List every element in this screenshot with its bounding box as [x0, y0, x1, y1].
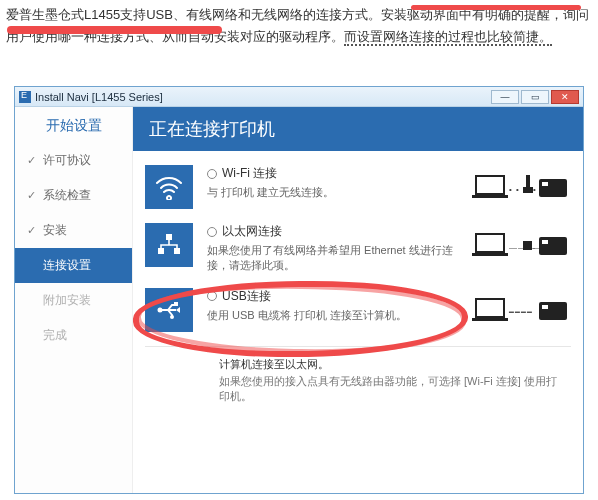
check-icon: ✓ — [27, 154, 37, 167]
separator — [145, 346, 571, 347]
main-panel: 正在连接打印机 Wi-Fi 连接 与 打印机 建立无线连接。 — [133, 107, 583, 493]
sidebar-item-additional: 附加安装 — [15, 283, 132, 318]
svg-rect-1 — [158, 248, 164, 254]
sidebar-item-label: 完成 — [43, 327, 67, 344]
check-icon: ✓ — [27, 224, 37, 237]
minimize-button[interactable]: — — [491, 90, 519, 104]
option-desc: 使用 USB 电缆将 打印机 连接至计算机。 — [207, 308, 471, 323]
ethernet-icon — [145, 223, 193, 267]
sidebar-item-label: 系统检查 — [43, 187, 91, 204]
footer-title: 计算机连接至以太网。 — [219, 357, 559, 372]
diagram-usb: ━━━━ — [475, 294, 567, 328]
svg-rect-0 — [166, 234, 172, 240]
sidebar-item-label: 附加安装 — [43, 292, 91, 309]
sidebar-item-license: ✓ 许可协议 — [15, 143, 132, 178]
maximize-button[interactable]: ▭ — [521, 90, 549, 104]
radio-icon[interactable] — [207, 169, 217, 179]
option-desc: 如果您使用了有线网络并希望用 Ethernet 线进行连接，请选择此项。 — [207, 243, 471, 274]
steps-sidebar: 开始设置 ✓ 许可协议 ✓ 系统检查 ✓ 安装 连接设置 — [15, 107, 133, 493]
window-title: Install Navi [L1455 Series] — [35, 91, 163, 103]
footer-info: 计算机连接至以太网。 如果您使用的接入点具有无线路由器功能，可选择 [Wi-Fi… — [145, 357, 571, 411]
option-title: 以太网连接 — [222, 223, 282, 240]
option-wifi[interactable]: Wi-Fi 连接 与 打印机 建立无线连接。 • • • • — [145, 165, 571, 209]
svg-rect-2 — [174, 248, 180, 254]
sidebar-item-finish: 完成 — [15, 318, 132, 353]
footer-desc: 如果您使用的接入点具有无线路由器功能，可选择 [Wi-Fi 连接] 使用打印机。 — [219, 374, 559, 405]
intro-paragraph: 爱普生墨仓式L1455支持USB、有线网络和无线网络的连接方式。安装驱动界面中有… — [0, 0, 598, 48]
sidebar-item-syscheck: ✓ 系统检查 — [15, 178, 132, 213]
check-icon: ✓ — [27, 189, 37, 202]
sidebar-item-install: ✓ 安装 — [15, 213, 132, 248]
diagram-ethernet: ——— — — [475, 229, 567, 263]
option-ethernet[interactable]: 以太网连接 如果您使用了有线网络并希望用 Ethernet 线进行连接，请选择此… — [145, 223, 571, 274]
svg-rect-4 — [174, 302, 178, 306]
annotation-red-underline-2 — [411, 5, 581, 10]
connection-options: Wi-Fi 连接 与 打印机 建立无线连接。 • • • • — [133, 151, 583, 493]
app-icon — [19, 91, 31, 103]
radio-icon[interactable] — [207, 291, 217, 301]
option-title: Wi-Fi 连接 — [222, 165, 277, 182]
diagram-wifi: • • • • — [475, 171, 567, 205]
svg-point-5 — [170, 315, 174, 319]
sidebar-header: 开始设置 — [15, 107, 132, 143]
radio-icon[interactable] — [207, 227, 217, 237]
main-heading: 正在连接打印机 — [133, 107, 583, 151]
sidebar-item-label: 安装 — [43, 222, 67, 239]
intro-underlined: 而设置网络连接的过程也比较简捷。 — [344, 29, 552, 46]
close-button[interactable]: ✕ — [551, 90, 579, 104]
wifi-icon — [145, 165, 193, 209]
sidebar-item-label: 许可协议 — [43, 152, 91, 169]
annotation-red-underline-1 — [7, 26, 222, 34]
sidebar-item-label: 连接设置 — [43, 257, 91, 274]
installer-window: Install Navi [L1455 Series] — ▭ ✕ 开始设置 ✓… — [14, 86, 584, 494]
option-usb[interactable]: USB连接 使用 USB 电缆将 打印机 连接至计算机。 ━━━━ — [145, 288, 571, 332]
intro-text-1: 爱普生墨仓式L1455支持USB、有线网络和无线网络的连接方式。 — [6, 7, 381, 22]
option-desc: 与 打印机 建立无线连接。 — [207, 185, 471, 200]
usb-icon — [145, 288, 193, 332]
option-title: USB连接 — [222, 288, 271, 305]
window-titlebar: Install Navi [L1455 Series] — ▭ ✕ — [15, 87, 583, 107]
sidebar-item-connection: 连接设置 — [15, 248, 132, 283]
